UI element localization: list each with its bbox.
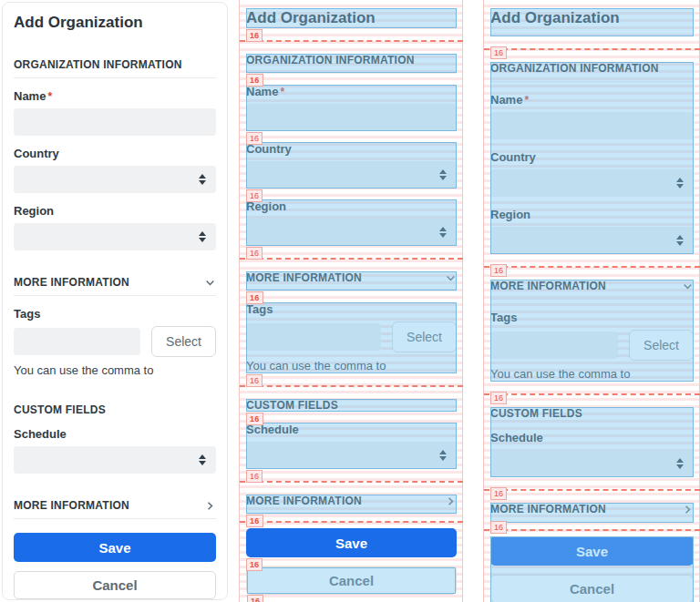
tags-input[interactable]: [14, 328, 140, 355]
spacing-badge: 16: [246, 132, 262, 145]
footer-gap: [14, 519, 216, 533]
country-select[interactable]: [14, 166, 216, 193]
tags-field: Tags Select You can use the comma to 16: [246, 302, 457, 373]
schedule-field: Schedule: [490, 431, 694, 477]
cancel-button[interactable]: Cancel 16: [246, 566, 457, 595]
schedule-label: Schedule: [14, 427, 216, 442]
organization-information-section: ORGANIZATION INFORMATION Name* Country R…: [14, 58, 216, 250]
section-header-label: MORE INFORMATION: [490, 503, 606, 515]
section-header-label: CUSTOM FIELDS: [14, 403, 106, 416]
spacing-badge: 16: [246, 189, 262, 202]
section-divider-dashed: [240, 258, 463, 260]
spacing-badge: 16: [490, 392, 507, 404]
country-field: Country 16: [246, 142, 457, 189]
custom-fields-header: CUSTOM FIELDS 16: [246, 399, 457, 412]
save-button[interactable]: Save: [490, 536, 694, 566]
page-title: Add Organization: [490, 8, 694, 36]
more-information-section: MORE INFORMATION Tags Select You can use…: [14, 276, 216, 378]
add-organization-form: Add Organization ORGANIZATION INFORMATIO…: [2, 2, 228, 600]
more-information-footer-header[interactable]: MORE INFORMATION: [14, 499, 216, 519]
spacing-badge: 16: [490, 264, 507, 277]
organization-information-section: ORGANIZATION INFORMATION 16 Name* 16 Cou…: [246, 54, 457, 246]
region-select[interactable]: [246, 219, 457, 246]
schedule-select[interactable]: [14, 446, 216, 474]
section-gap: [14, 474, 216, 499]
tags-input[interactable]: [246, 323, 381, 351]
select-stepper-icon: [439, 227, 447, 238]
more-information-footer-header[interactable]: MORE INFORMATION 16: [246, 495, 457, 515]
select-stepper-icon: [676, 458, 684, 469]
spacing-debug-panel-sections: Add Organization 16 ORGANIZATION INFORMA…: [483, 0, 700, 602]
section-divider-dashed: [240, 40, 463, 42]
tags-input[interactable]: [490, 332, 618, 359]
tags-select-button[interactable]: Select: [629, 330, 694, 361]
select-stepper-icon: [676, 178, 684, 189]
section-gap: [14, 250, 216, 276]
section-header-label: MORE INFORMATION: [490, 280, 606, 292]
more-information-header[interactable]: MORE INFORMATION: [14, 276, 216, 296]
section-divider-dashed: [240, 521, 463, 523]
spacing-badge: 16: [490, 46, 507, 59]
schedule-label: Schedule: [246, 423, 457, 437]
name-input[interactable]: [490, 112, 694, 139]
region-label: Region: [246, 199, 457, 214]
region-label: Region: [14, 204, 216, 219]
section-header-label: MORE INFORMATION: [14, 276, 129, 289]
schedule-select[interactable]: [490, 450, 694, 477]
spacing-debug-panel-elements: Add Organization 16 ORGANIZATION INFORMA…: [239, 0, 463, 602]
tags-label: Tags: [14, 307, 216, 321]
name-input[interactable]: [246, 104, 457, 131]
section-header-label: ORGANIZATION INFORMATION: [490, 62, 659, 75]
spacing-badge: 16: [246, 413, 263, 425]
tags-label: Tags: [246, 302, 457, 317]
country-select[interactable]: [246, 161, 457, 189]
spacing-badge: 16: [490, 487, 507, 500]
chevron-down-icon: [445, 272, 457, 284]
spacing-badge: 16: [246, 74, 263, 87]
spacing-badge: 16: [247, 595, 263, 602]
region-field: Region 16: [246, 199, 457, 246]
name-label: Name*: [490, 93, 694, 107]
country-label: Country: [246, 142, 457, 157]
name-field: Name*: [14, 89, 216, 136]
schedule-select[interactable]: [246, 442, 457, 469]
chevron-down-icon: [682, 281, 694, 292]
tags-field: Tags Select You can use the comma to: [490, 311, 694, 382]
more-information-header[interactable]: MORE INFORMATION 16: [246, 271, 457, 291]
form-actions: Save 16 Cancel 16: [246, 528, 457, 602]
select-stepper-icon: [439, 169, 447, 180]
region-select[interactable]: [14, 223, 216, 250]
country-label: Country: [14, 147, 216, 161]
page-title: Add Organization 16: [246, 8, 457, 28]
more-information-header[interactable]: MORE INFORMATION: [490, 280, 694, 300]
tags-helper-text: You can use the comma to: [14, 363, 216, 378]
more-information-footer-header[interactable]: MORE INFORMATION: [490, 503, 694, 523]
tags-label: Tags: [490, 311, 694, 325]
cancel-button[interactable]: Cancel: [490, 575, 694, 602]
spacing-badge: 16: [246, 374, 262, 387]
tags-select-button[interactable]: Select: [392, 321, 457, 352]
region-field: Region: [14, 204, 216, 250]
spacing-badge: 16: [246, 470, 262, 483]
section-divider-dashed: [484, 489, 700, 491]
section-header-label: CUSTOM FIELDS: [246, 399, 338, 412]
chevron-right-icon: [445, 495, 457, 507]
select-stepper-icon: [199, 174, 206, 185]
section-header-label: MORE INFORMATION: [246, 495, 362, 507]
tags-select-button[interactable]: Select: [151, 326, 216, 357]
region-select[interactable]: [490, 227, 694, 254]
name-label: Name*: [246, 85, 457, 99]
custom-fields-section: CUSTOM FIELDS Schedule: [14, 403, 216, 474]
tags-field: Tags Select You can use the comma to: [14, 307, 216, 378]
cancel-button[interactable]: Cancel: [14, 571, 216, 599]
name-field: Name*: [490, 93, 694, 139]
name-input[interactable]: [14, 108, 216, 136]
section-divider-dashed: [484, 48, 700, 50]
more-information-section: 16 MORE INFORMATION Tags Select You can …: [490, 280, 694, 382]
save-button[interactable]: Save 16: [246, 528, 457, 557]
save-button[interactable]: Save: [14, 533, 216, 562]
select-stepper-icon: [676, 235, 684, 246]
section-divider-dashed: [240, 481, 463, 483]
custom-fields-header: CUSTOM FIELDS: [14, 403, 216, 416]
country-select[interactable]: [490, 169, 694, 197]
